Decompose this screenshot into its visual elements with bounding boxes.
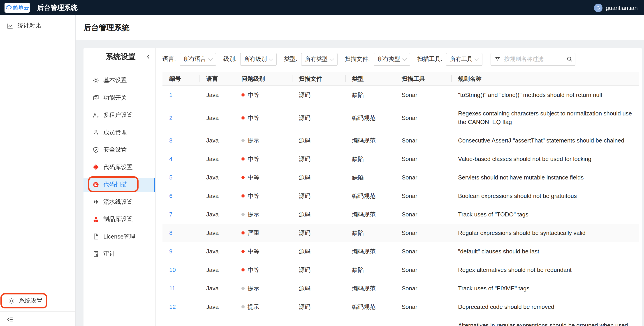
user-menu[interactable]: G guantiantian (594, 3, 638, 12)
sidebar-item-system-settings[interactable]: 系统设置 (0, 292, 75, 309)
settings-menu-item-代码库设置[interactable]: 代码库设置 (84, 158, 155, 176)
cell-level: 提示 (235, 131, 292, 150)
menu-item-label: 审计 (103, 250, 115, 258)
filter-select-3[interactable]: 所有类型 (374, 52, 410, 66)
cell-tool: Sonar (395, 205, 451, 224)
cell-language: Java (200, 242, 235, 261)
cell-tool: Sonar (395, 187, 451, 205)
settings-menu-item-功能开关[interactable]: 功能开关 (84, 89, 155, 106)
filter-select-2[interactable]: 所有类型 (301, 52, 338, 66)
severity-dot-icon (242, 194, 244, 198)
feature-switch-icon (92, 94, 99, 101)
filter-bar: 语言:所有语言级别:所有级别类型:所有类型扫描文件:所有类型扫描工具:所有工具 (162, 52, 639, 66)
cell-level: 中等 (235, 187, 292, 205)
panel-collapse-button[interactable] (145, 48, 152, 66)
column-header-编号: 编号 (162, 72, 200, 85)
severity-dot-icon (242, 176, 244, 179)
cell-scan-file: 源码 (292, 261, 345, 279)
cell-scan-file: 源码 (292, 131, 345, 150)
filter-select-0[interactable]: 所有语言 (180, 52, 216, 66)
severity-dot-icon (242, 250, 244, 253)
settings-panel-title: 系统设置 (103, 52, 136, 62)
menu-item-label: 流水线设置 (103, 198, 133, 206)
cell-rule-name: Consecutive AssertJ "assertThat" stateme… (451, 131, 639, 150)
filter-groups: 语言:所有语言级别:所有级别类型:所有类型扫描文件:所有类型扫描工具:所有工具 (162, 52, 490, 66)
rule-id-link[interactable]: 7 (169, 211, 172, 218)
column-header-问题级别: 问题级别 (235, 72, 292, 85)
rule-id-link[interactable]: 5 (169, 174, 172, 181)
cell-tool: Sonar (395, 279, 451, 298)
code-repo-icon (92, 164, 99, 171)
chevron-down-icon (269, 56, 274, 61)
settings-menu-item-审计[interactable]: 审计 (84, 245, 155, 263)
cell-level: 严重 (235, 224, 292, 242)
cell-type: 编码规范 (345, 242, 395, 261)
chevron-down-icon (402, 56, 406, 61)
cell-scan-file: 源码 (292, 224, 345, 242)
settings-menu-item-License管理[interactable]: License管理 (84, 228, 155, 245)
cell-tool: Sonar (395, 320, 451, 326)
rule-id-link[interactable]: 10 (169, 267, 176, 273)
cell-type: 编码规范 (345, 131, 395, 150)
menu-item-row: 多租户设置 (84, 108, 155, 122)
filter-select-4[interactable]: 所有工具 (446, 52, 482, 66)
cell-type: 缺陷 (345, 86, 395, 104)
cell-type: 缺陷 (345, 150, 395, 168)
app-sidebar: 统计对比 系统设置 (0, 15, 76, 326)
rule-id-link[interactable]: 6 (169, 193, 172, 199)
filter-group-扫描工具: 扫描工具:所有工具 (417, 52, 482, 66)
cell-scan-file: 源码 (292, 205, 345, 224)
cell-level: 提示 (235, 205, 292, 224)
rule-id-link[interactable]: 4 (169, 156, 172, 162)
menu-fold-icon (7, 316, 14, 323)
cell-type: 编码规范 (345, 108, 395, 127)
filter-group-类型: 类型:所有类型 (284, 52, 338, 66)
table-row: 3Java提示源码编码规范SonarConsecutive AssertJ "a… (162, 131, 639, 150)
severity-label: 中等 (248, 155, 260, 163)
filter-select-1[interactable]: 所有级别 (240, 52, 277, 66)
severity-label: 中等 (248, 192, 260, 200)
rule-id-link[interactable]: 12 (169, 304, 176, 310)
cell-type: 编码规范 (345, 205, 395, 224)
cell-level: 中等 (235, 108, 292, 127)
settings-menu-item-多租户设置[interactable]: 多租户设置 (84, 106, 155, 124)
settings-menu-item-制品库设置[interactable]: 制品库设置 (84, 211, 155, 228)
cell-type: 缺陷 (345, 261, 395, 279)
search-button[interactable] (563, 53, 575, 65)
cell-level: 中等 (235, 168, 292, 187)
severity-label: 中等 (248, 266, 260, 274)
sidebar-collapse-button[interactable] (0, 313, 75, 326)
rule-search-input[interactable] (503, 55, 563, 63)
cell-rule-name: Deprecated code should be removed (451, 298, 639, 316)
table-row: 1Java中等源码缺陷Sonar"toString()" and "clone(… (162, 86, 639, 104)
brand-logo[interactable]: 简单云 (4, 3, 30, 13)
app-title: 后台管理系统 (37, 3, 78, 12)
cell-tool: Sonar (395, 150, 451, 168)
rule-id-link[interactable]: 1 (169, 91, 172, 98)
rule-id-link[interactable]: 2 (169, 114, 172, 121)
cell-scan-file: 源码 (292, 86, 345, 104)
menu-item-row: 审计 (84, 247, 155, 261)
rule-id-link[interactable]: 11 (169, 285, 175, 292)
filter-select-value: 所有类型 (305, 55, 328, 63)
settings-menu-item-基本设置[interactable]: 基本设置 (84, 72, 155, 89)
cell-language: Java (200, 279, 235, 298)
settings-menu-item-安全设置[interactable]: 安全设置 (84, 141, 155, 158)
app-root: 简单云 后台管理系统 G guantiantian 统计对比 系统设置 (0, 0, 644, 326)
cell-rule-name: Regex alternatives should not be redunda… (451, 261, 639, 279)
settings-menu-item-流水线设置[interactable]: 流水线设置 (84, 193, 155, 211)
cell-scan-file: 源码 (292, 187, 345, 205)
settings-menu-item-成员管理[interactable]: 成员管理 (84, 124, 155, 141)
severity-label: 提示 (248, 136, 259, 145)
settings-menu-item-代码扫描[interactable]: 代码扫描 (84, 176, 155, 193)
artifact-repo-icon (92, 216, 99, 223)
column-header-扫描工具: 扫描工具 (395, 72, 451, 85)
rule-id-link[interactable]: 3 (169, 137, 172, 144)
cell-rule-name: Alternatives in regular expressions shou… (451, 316, 639, 326)
sidebar-item-stats-compare[interactable]: 统计对比 (0, 19, 75, 32)
cell-language: Java (200, 320, 235, 326)
rule-id-link[interactable]: 9 (169, 248, 172, 255)
cell-language: Java (200, 261, 235, 279)
cell-rule-name: Track uses of "FIXME" tags (451, 279, 639, 298)
rule-id-link[interactable]: 8 (169, 230, 172, 236)
